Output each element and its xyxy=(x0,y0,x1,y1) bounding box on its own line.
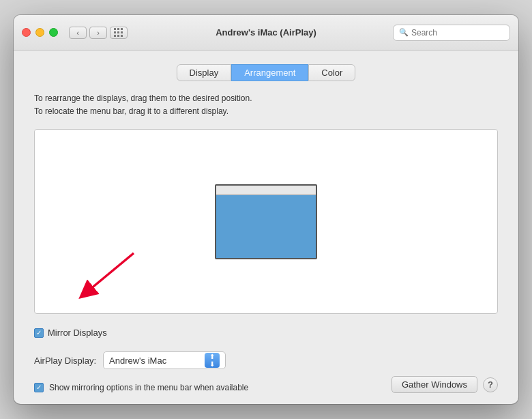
description-line1: To rearrange the displays, drag them to … xyxy=(34,92,498,105)
nav-buttons: ‹ › xyxy=(69,27,107,39)
mirror-label: Mirror Displays xyxy=(48,328,107,338)
airplay-label: AirPlay Display: xyxy=(34,356,96,366)
show-mirroring-checkbox[interactable]: ✓ xyxy=(34,383,44,392)
minimize-button[interactable] xyxy=(35,28,44,37)
mirror-row: ✓ Mirror Displays xyxy=(34,328,498,338)
tab-color[interactable]: Color xyxy=(308,64,355,81)
search-icon: 🔍 xyxy=(399,28,409,37)
help-button[interactable]: ? xyxy=(483,377,498,392)
airplay-value: Andrew's iMac xyxy=(109,356,202,366)
action-buttons: Gather Windows ? xyxy=(391,376,498,393)
description-text: To rearrange the displays, drag them to … xyxy=(34,92,498,118)
arrangement-box xyxy=(34,129,498,314)
traffic-lights xyxy=(22,28,58,37)
chevron-icon: ⬆⬇ xyxy=(209,353,215,368)
search-input[interactable] xyxy=(411,28,504,38)
titlebar: ‹ › Andrew's iMac (AirPlay) 🔍 xyxy=(14,15,518,50)
grid-icon xyxy=(114,28,123,38)
display-monitor[interactable] xyxy=(215,184,317,259)
bottom-bar: ✓ Show mirroring options in the menu bar… xyxy=(14,376,518,404)
airplay-section: AirPlay Display: Andrew's iMac ⬆⬇ xyxy=(14,351,518,376)
checkmark-icon: ✓ xyxy=(36,330,42,336)
window-title: Andrew's iMac (AirPlay) xyxy=(216,27,316,38)
tab-display[interactable]: Display xyxy=(177,64,232,81)
search-box[interactable]: 🔍 xyxy=(393,25,510,41)
tab-bar: Display Arrangement Color xyxy=(34,64,498,81)
airplay-dropdown[interactable]: Andrew's iMac ⬆⬇ xyxy=(103,351,226,369)
dropdown-arrow: ⬆⬇ xyxy=(205,353,220,368)
close-button[interactable] xyxy=(22,28,31,37)
arrow-annotation xyxy=(72,246,154,301)
tab-arrangement[interactable]: Arrangement xyxy=(231,64,308,81)
grid-button[interactable] xyxy=(110,27,128,39)
mirror-checkbox[interactable]: ✓ xyxy=(34,328,44,338)
svg-line-1 xyxy=(86,253,134,293)
show-mirroring-label: Show mirroring options in the menu bar w… xyxy=(49,383,248,392)
show-mirroring-row: ✓ Show mirroring options in the menu bar… xyxy=(34,383,248,392)
main-window: ‹ › Andrew's iMac (AirPlay) 🔍 Display Ar… xyxy=(14,15,518,404)
checkmark-icon-2: ✓ xyxy=(36,384,42,391)
content-area: Display Arrangement Color To rearrange t… xyxy=(14,50,518,351)
monitor-menubar xyxy=(216,186,316,195)
forward-button[interactable]: › xyxy=(89,27,107,39)
description-line2: To relocate the menu bar, drag it to a d… xyxy=(34,105,498,118)
maximize-button[interactable] xyxy=(49,28,58,37)
back-button[interactable]: ‹ xyxy=(69,27,87,39)
gather-windows-button[interactable]: Gather Windows xyxy=(391,376,477,393)
